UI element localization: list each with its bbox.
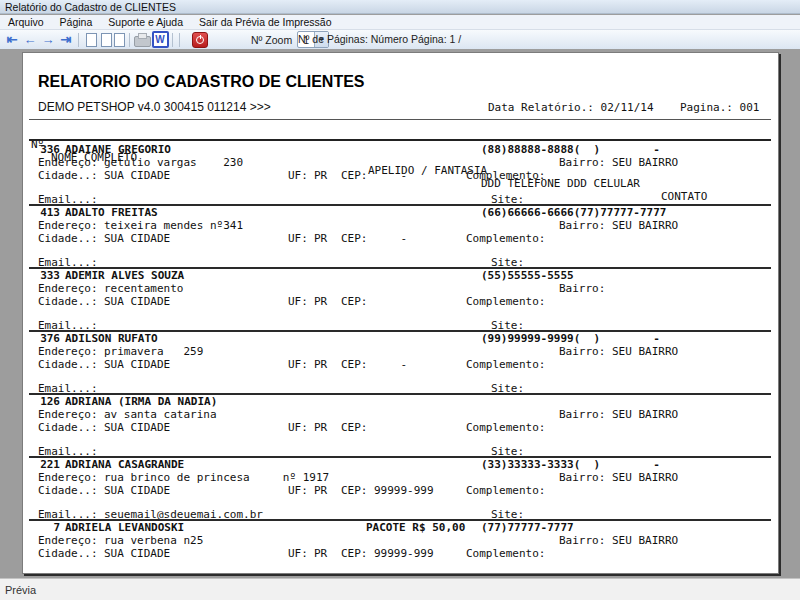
email-label: Email...: [38, 571, 98, 574]
last-page-icon[interactable]: ⇥ [57, 31, 75, 48]
client-number: 333 [36, 269, 60, 282]
cep-label: CEP: [341, 484, 368, 497]
bairro-label: Bairro: [559, 471, 605, 484]
previous-page-icon[interactable]: ← [21, 31, 39, 48]
records: 336 ADAIANE GREGORIO (88)88888-8888( ) -… [23, 143, 778, 574]
endereco-value: rua brinco de princesa nº 1917 [104, 471, 329, 484]
client-phone: (66)66666-6666(77)77777-7777 [481, 206, 666, 219]
uf-label: UF: [288, 484, 308, 497]
endereco-label: Endereço: [38, 534, 98, 547]
status-text: Prévia [5, 584, 36, 596]
bairro-value: SEU BAIRRO [612, 471, 678, 484]
endereco-value: teixeira mendes nº341 [104, 219, 243, 232]
column-header-rule [29, 139, 771, 141]
bairro-label: Bairro: [559, 534, 605, 547]
endereco-label: Endereço: [38, 471, 98, 484]
uf-value: PR [314, 547, 327, 560]
uf-value: PR [314, 295, 327, 308]
uf-label: UF: [288, 547, 308, 560]
uf-label: UF: [288, 169, 308, 182]
client-number: 7 [36, 521, 60, 534]
endereco-label: Endereço: [38, 219, 98, 232]
cep-label: CEP: [341, 358, 368, 371]
report-page: RELATORIO DO CADASTRO DE CLIENTES DEMO P… [22, 52, 779, 574]
toolbar-divider [129, 33, 130, 47]
exit-preview-icon[interactable] [191, 31, 209, 48]
uf-value: PR [314, 484, 327, 497]
report-date: Data Relatório.: 02/11/14 [488, 101, 654, 114]
cep-value: - [374, 169, 407, 182]
report-page-number: Pagina.: 001 [680, 101, 759, 114]
bairro-label: Bairro: [559, 408, 605, 421]
endereco-value: av santa catarina [104, 408, 217, 421]
endereco-value: getulio vargas 230 [104, 156, 243, 169]
bairro-value: SEU BAIRRO [612, 156, 678, 169]
bairro-value: SEU BAIRRO [612, 345, 678, 358]
cidade-value: SUA CIDADE [104, 295, 170, 308]
endereco-label: Endereço: [38, 408, 98, 421]
table-row: 221 ADRIANA CASAGRANDE (33)33333-3333( )… [23, 458, 778, 521]
client-phone: (55)55555-5555 [481, 269, 574, 282]
single-page-view-icon[interactable] [82, 31, 100, 48]
client-number: 221 [36, 458, 60, 471]
cep-label: CEP: [341, 547, 368, 560]
cidade-label: Cidade..: [38, 358, 98, 371]
uf-value: PR [314, 169, 327, 182]
cidade-label: Cidade..: [38, 484, 98, 497]
client-name: ADAIANE GREGORIO [65, 143, 171, 156]
uf-value: PR [314, 421, 327, 434]
column-headers: Nº NOME COMPLETO APELIDO / FANTASIA DDD … [23, 125, 778, 138]
toolbar-divider [172, 33, 173, 47]
cidade-value: SUA CIDADE [104, 169, 170, 182]
bairro-value: SEU BAIRRO [612, 408, 678, 421]
bairro-label: Bairro: [559, 219, 605, 232]
pages-info: Nº de Páginas: Número Página: 1 / [298, 30, 461, 49]
table-row: 7 ADRIELA LEVANDOSKI PACOTE R$ 50,00 (77… [23, 521, 778, 574]
client-phone: (99)99999-9999( ) - [481, 332, 660, 345]
toolbar-divider [179, 33, 180, 47]
complemento-label: Complemento: [466, 169, 545, 182]
cidade-value: SUA CIDADE [104, 547, 170, 560]
menu-sair-da-previa[interactable]: Sair da Prévia de Impressão [191, 15, 339, 29]
cep-label: CEP: [341, 232, 368, 245]
cep-label: CEP: [341, 421, 368, 434]
report-title: RELATORIO DO CADASTRO DE CLIENTES [38, 73, 365, 91]
preview-workspace: RELATORIO DO CADASTRO DE CLIENTES DEMO P… [0, 49, 800, 578]
bairro-label: Bairro: [559, 345, 605, 358]
menu-pagina[interactable]: Página [52, 15, 101, 29]
uf-value: PR [314, 358, 327, 371]
cep-value: - [374, 358, 407, 371]
printer-icon[interactable] [133, 31, 151, 48]
cep-label: CEP: [341, 169, 368, 182]
two-page-view-icon[interactable] [100, 31, 126, 48]
bairro-value: SEU BAIRRO [612, 534, 678, 547]
endereco-label: Endereço: [38, 156, 98, 169]
next-page-icon[interactable]: → [39, 31, 57, 48]
client-name: ADALTO FREITAS [65, 206, 158, 219]
toolbar: ⇤ ← → ⇥ W Nº Zoom 1 ▼ Nº de Páginas: Núm… [0, 30, 800, 50]
word-export-icon[interactable]: W [151, 31, 169, 48]
complemento-label: Complemento: [466, 358, 545, 371]
status-bar: Prévia [0, 578, 800, 600]
menu-arquivo[interactable]: Arquivo [0, 15, 52, 29]
endereco-value: primavera 259 [104, 345, 203, 358]
client-name: ADRIELA LEVANDOSKI [65, 521, 184, 534]
uf-label: UF: [288, 421, 308, 434]
bairro-value: SEU BAIRRO [612, 219, 678, 232]
menu-suporte-e-ajuda[interactable]: Suporte e Ajuda [100, 15, 191, 29]
cep-label: CEP: [341, 295, 368, 308]
client-number: 376 [36, 332, 60, 345]
first-page-icon[interactable]: ⇤ [3, 31, 21, 48]
client-phone: (33)33333-3333( ) - [481, 458, 660, 471]
cidade-label: Cidade..: [38, 547, 98, 560]
app-window: Relatório do Cadastro de CLIENTES Arquiv… [0, 0, 800, 600]
client-apelido: PACOTE R$ 50,00 [366, 521, 465, 534]
table-row: 336 ADAIANE GREGORIO (88)88888-8888( ) -… [23, 143, 778, 206]
client-number: 413 [36, 206, 60, 219]
complemento-label: Complemento: [466, 547, 545, 560]
bairro-label: Bairro: [559, 156, 605, 169]
client-name: ADRIANA CASAGRANDE [65, 458, 184, 471]
complemento-label: Complemento: [466, 484, 545, 497]
bairro-label: Bairro: [559, 282, 605, 295]
endereco-value: rua verbena n25 [104, 534, 203, 547]
